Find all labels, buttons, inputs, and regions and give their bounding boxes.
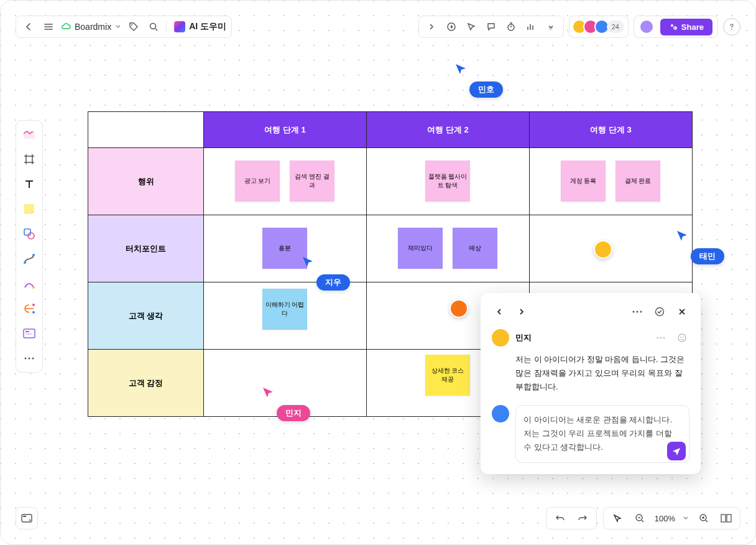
- svg-point-8: [28, 233, 34, 239]
- row-header: 고객 감정: [88, 350, 204, 417]
- comment-more-button[interactable]: [630, 304, 645, 319]
- sticky-note[interactable]: 재미있다: [398, 228, 443, 269]
- comment-emoji-button[interactable]: [675, 330, 689, 345]
- chevron-down-icon: [115, 24, 121, 30]
- reply-author-avatar: [492, 405, 509, 422]
- zoom-level[interactable]: 100%: [655, 514, 675, 523]
- svg-rect-15: [25, 331, 29, 332]
- cursor-label: 민지: [277, 405, 310, 421]
- pen-tool[interactable]: [21, 275, 38, 292]
- sticky-note[interactable]: 결제 완료: [615, 161, 660, 202]
- frame-tool[interactable]: [21, 151, 38, 168]
- collaborator-cursor-taemin: 태민: [676, 230, 724, 264]
- chart-button[interactable]: [523, 19, 538, 34]
- help-button[interactable]: [723, 18, 740, 35]
- redo-button[interactable]: [575, 511, 590, 526]
- more-tools-button[interactable]: [543, 19, 558, 34]
- cursor-label: 태민: [691, 248, 724, 264]
- comment-close-button[interactable]: [675, 304, 689, 319]
- share-label: Share: [681, 22, 704, 32]
- collaborator-avatar[interactable]: [449, 299, 468, 318]
- back-button[interactable]: [21, 19, 36, 34]
- column-header: 여행 단계 1: [204, 112, 367, 148]
- sticky-note[interactable]: 광고 보기: [235, 161, 280, 202]
- row-header: 행위: [88, 148, 204, 215]
- brand-selector[interactable]: Boardmix: [61, 22, 121, 32]
- svg-point-29: [683, 337, 684, 338]
- bottom-left-panel-button[interactable]: [16, 507, 38, 529]
- svg-rect-36: [727, 515, 731, 522]
- more-tool[interactable]: [21, 350, 38, 367]
- zoom-in-button[interactable]: [696, 511, 711, 526]
- comment-author-avatar: [492, 329, 509, 347]
- collaborator-cursor-minji: 민지: [262, 386, 310, 421]
- sticky-note[interactable]: 검색 엔진 결과: [290, 161, 334, 202]
- sticky-note[interactable]: 계정 등록: [561, 161, 606, 202]
- comment-body-text: 저는 이 아이디어가 정말 마음에 듭니다. 그것은 많은 잠재력을 가지고 있…: [515, 353, 689, 394]
- shape-tool[interactable]: [21, 225, 38, 243]
- card-tool[interactable]: [21, 325, 38, 342]
- collaborator-avatar[interactable]: [594, 240, 612, 259]
- connector-tool[interactable]: [21, 250, 38, 268]
- undo-button[interactable]: [553, 511, 568, 526]
- pointer-mode-button[interactable]: [610, 511, 625, 526]
- comment-resolve-button[interactable]: [652, 304, 667, 319]
- svg-rect-16: [25, 333, 32, 335]
- table-cell[interactable]: 이해하기 어렵다: [204, 282, 367, 350]
- templates-tool[interactable]: [21, 126, 38, 143]
- table-cell[interactable]: 플랫폼 웹사이트 탐색: [367, 148, 530, 215]
- comment-send-button[interactable]: [667, 442, 686, 460]
- sticky-note[interactable]: 상세한 코스 제공: [425, 355, 470, 396]
- comment-panel: 민지 저는 이 아이디어가 정말 마음에 듭니다. 그것은 많은 잠재력을 가지…: [481, 293, 701, 474]
- cursor-tool-button[interactable]: [464, 19, 479, 34]
- sticky-note[interactable]: 플랫폼 웹사이트 탐색: [425, 161, 470, 202]
- table-cell[interactable]: 광고 보기검색 엔진 결과: [204, 148, 367, 215]
- svg-point-9: [24, 261, 26, 264]
- search-button[interactable]: [146, 19, 161, 34]
- avatar-stack[interactable]: 24: [576, 19, 624, 34]
- sticky-note[interactable]: 예상: [453, 228, 497, 269]
- ai-helper-button[interactable]: AI 도우미: [166, 21, 226, 32]
- text-tool[interactable]: [21, 175, 38, 193]
- svg-rect-7: [24, 229, 30, 235]
- row-header: 고객 생각: [88, 282, 204, 350]
- minimap-button[interactable]: [719, 511, 734, 526]
- comment-next-button[interactable]: [514, 304, 529, 319]
- table-cell[interactable]: 재미있다예상: [367, 215, 530, 282]
- svg-point-1: [150, 24, 156, 29]
- svg-point-28: [680, 337, 681, 338]
- expand-right-button[interactable]: [424, 19, 439, 34]
- current-user-avatar[interactable]: [639, 19, 654, 34]
- tag-button[interactable]: [126, 19, 141, 34]
- table-cell[interactable]: 계정 등록결제 완료: [530, 148, 693, 215]
- comment-prev-button[interactable]: [492, 304, 507, 319]
- cursor-label: 민호: [469, 82, 503, 98]
- timer-button[interactable]: [504, 19, 519, 34]
- svg-point-27: [678, 334, 686, 342]
- comment-reply-text: 이 아이디어는 새로운 관점을 제시합니다. 저는 그것이 우리 프로젝트에 가…: [523, 415, 672, 452]
- sticky-note[interactable]: 흥분: [262, 228, 307, 269]
- svg-point-12: [32, 304, 35, 306]
- table-corner-cell: [88, 112, 204, 148]
- left-toolbar: [16, 120, 43, 373]
- comment-button[interactable]: [484, 19, 499, 34]
- ai-helper-label: AI 도우미: [189, 21, 226, 32]
- brand-name: Boardmix: [75, 22, 111, 32]
- bottom-toolbar: 100%: [546, 507, 740, 529]
- comment-reply-row: 이 아이디어는 새로운 관점을 제시합니다. 저는 그것이 우리 프로젝트에 가…: [492, 405, 689, 462]
- sticky-note[interactable]: 이해하기 어렵다: [262, 289, 307, 330]
- play-button[interactable]: [444, 19, 459, 34]
- svg-point-17: [25, 358, 27, 360]
- menu-button[interactable]: [41, 19, 56, 34]
- mindmap-tool[interactable]: [21, 300, 38, 317]
- svg-point-19: [32, 358, 34, 360]
- comment-item-more-button[interactable]: [653, 330, 668, 345]
- share-button[interactable]: Share: [660, 19, 712, 35]
- comment-reply-input[interactable]: 이 아이디어는 새로운 관점을 제시합니다. 저는 그것이 우리 프로젝트에 가…: [515, 405, 689, 462]
- avatar-count-badge: 24: [607, 21, 624, 33]
- row-header: 터치포인트: [88, 215, 204, 282]
- sticky-note-tool[interactable]: [21, 200, 38, 218]
- zoom-out-button[interactable]: [632, 511, 647, 526]
- zoom-group: 100%: [603, 507, 740, 529]
- collaborator-cursor-jiwoo: 지우: [302, 256, 350, 291]
